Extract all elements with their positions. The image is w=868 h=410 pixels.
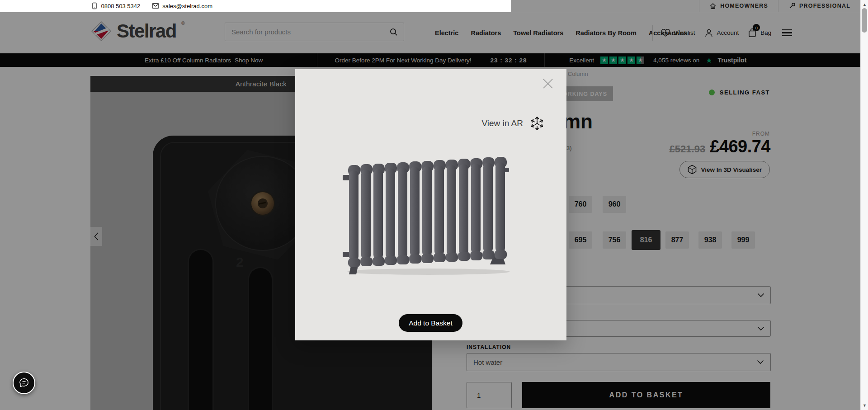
view-in-ar-label: View in AR xyxy=(481,118,523,128)
ar-move-icon xyxy=(529,116,545,131)
chat-widget-button[interactable] xyxy=(13,372,35,394)
scroll-up-arrow[interactable]: ▲ xyxy=(861,1,868,8)
modal-add-to-basket-button[interactable]: Add to Basket xyxy=(399,314,462,332)
ar-preview-modal: View in AR xyxy=(295,69,566,340)
close-button[interactable] xyxy=(542,78,554,90)
scroll-down-arrow[interactable]: ▼ xyxy=(861,402,868,409)
envelope-icon xyxy=(152,3,159,9)
view-in-ar-button[interactable]: View in AR xyxy=(481,116,545,131)
radiator-3d-model[interactable] xyxy=(343,150,513,275)
phone-link[interactable]: 0808 503 5342 xyxy=(91,2,140,9)
email-link[interactable]: sales@stelrad.com xyxy=(152,3,212,9)
close-icon xyxy=(542,78,554,90)
phone-number: 0808 503 5342 xyxy=(101,3,140,9)
stelrad-product-page: 0808 503 5342 sales@stelrad.com HOMEOWNE… xyxy=(0,0,868,410)
chat-bubble-icon xyxy=(18,377,30,389)
topbar-contact: 0808 503 5342 sales@stelrad.com xyxy=(0,0,511,12)
phone-icon xyxy=(91,2,98,9)
scrollbar[interactable]: ▲ ▼ xyxy=(860,0,868,410)
scrollbar-thumb[interactable] xyxy=(862,8,867,33)
email-address: sales@stelrad.com xyxy=(162,3,212,9)
